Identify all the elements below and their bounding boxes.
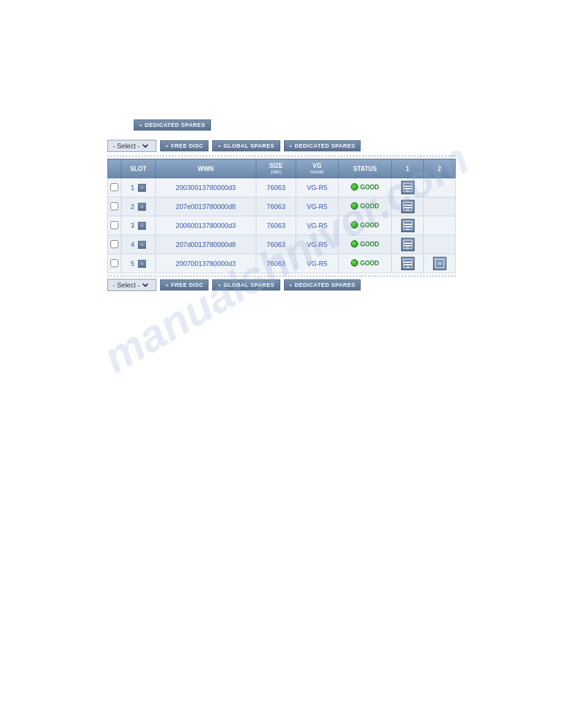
bottom-select-dropdown[interactable]: - Select - All None <box>107 279 156 291</box>
top-free-disc-button[interactable]: » FREE DISC <box>160 140 209 151</box>
wwn-cell: 20070013780000d3 <box>155 254 256 273</box>
row-checkbox[interactable] <box>110 183 118 191</box>
ds-icon: DS <box>435 259 445 268</box>
main-content: - Select - All None » FREE DISC » GLOBAL… <box>107 140 456 291</box>
col1-action-button[interactable]: RD <box>401 200 415 213</box>
arrow-icon: » <box>166 143 169 149</box>
wwn-cell: 207e0013780000d8 <box>155 197 256 216</box>
vg-name-cell: VG-R5 <box>296 216 339 235</box>
status-text: GOOD <box>360 241 379 248</box>
vg-name-cell: VG-R5 <box>296 254 339 273</box>
svg-rect-17 <box>404 262 412 263</box>
status-cell: GOOD <box>339 216 392 235</box>
slot-nav-button[interactable]: « <box>138 260 145 268</box>
table-row: 3 «20060013780000d376063VG-R5 GOOD RD <box>108 216 456 235</box>
page-wrapper: manualshniver.com » DEDICATED SPARES - S… <box>0 0 563 291</box>
row-checkbox-cell <box>108 235 121 254</box>
th-col2: 2 <box>424 159 456 178</box>
status-text: GOOD <box>360 184 379 191</box>
top-toolbar: - Select - All None » FREE DISC » GLOBAL… <box>107 140 456 152</box>
bottom-toolbar: - Select - All None » FREE DISC » GLOBAL… <box>107 279 456 291</box>
row-checkbox[interactable] <box>110 221 118 229</box>
wwn-cell: 20060013780000d3 <box>155 216 256 235</box>
svg-rect-9 <box>404 224 412 225</box>
status-text: GOOD <box>360 222 379 229</box>
svg-text:RD: RD <box>406 208 410 211</box>
col1-action-button[interactable]: RD <box>401 219 415 232</box>
slot-number: 1 <box>131 184 134 191</box>
col1-action-button[interactable]: DS <box>401 257 415 270</box>
svg-text:RD: RD <box>406 189 410 192</box>
status-cell: GOOD <box>339 235 392 254</box>
top-global-spares-button[interactable]: » GLOBAL SPARES <box>212 140 280 151</box>
status-cell: GOOD <box>339 197 392 216</box>
row-checkbox[interactable] <box>110 240 118 248</box>
top-dedicated-spares-button-2[interactable]: » DEDICATED SPARES <box>284 140 361 151</box>
th-size: Size (MB) <box>256 159 296 178</box>
row-checkbox-cell <box>108 178 121 197</box>
slot-cell: 1 « <box>121 178 156 197</box>
row-checkbox[interactable] <box>110 202 118 210</box>
wwn-cell: 207d0013780000d8 <box>155 235 256 254</box>
col1-action-button[interactable]: RD <box>401 238 415 251</box>
bottom-dedicated-spares-button[interactable]: » DEDICATED SPARES <box>284 279 361 290</box>
svg-text:DS: DS <box>437 262 442 265</box>
table-row: 1 «20030013780000d376063VG-R5 GOOD RD <box>108 178 456 197</box>
status-dot <box>351 221 358 229</box>
arrow-icon: » <box>218 143 221 149</box>
col1-cell: RD <box>392 235 424 254</box>
slot-cell: 2 « <box>121 197 156 216</box>
status-cell: GOOD <box>339 178 392 197</box>
svg-rect-5 <box>404 205 412 206</box>
slot-nav-button[interactable]: « <box>138 203 145 211</box>
status-text: GOOD <box>360 203 379 210</box>
row-checkbox[interactable] <box>110 259 118 267</box>
arrow-icon: » <box>139 123 142 128</box>
svg-rect-1 <box>404 186 412 187</box>
wwn-cell: 20030013780000d3 <box>155 178 256 197</box>
top-select-dropdown[interactable]: - Select - All None <box>107 140 156 152</box>
slot-number: 4 <box>131 241 134 248</box>
status-badge: GOOD <box>351 202 379 210</box>
col1-action-button[interactable]: RD <box>401 181 415 194</box>
top-select-input[interactable]: - Select - All None <box>110 142 150 150</box>
slot-nav-button[interactable]: « <box>138 241 145 249</box>
status-dot <box>351 183 358 191</box>
th-slot: Slot <box>121 159 156 178</box>
bottom-free-disc-button[interactable]: » FREE DISC <box>160 279 209 290</box>
status-dot <box>351 240 358 248</box>
disk-table: Slot WWN Size (MB) VG name Status 1 2 <box>107 159 456 273</box>
status-badge: GOOD <box>351 221 379 229</box>
col1-cell: DS <box>392 254 424 273</box>
slot-nav-button[interactable]: « <box>138 184 145 192</box>
col2-cell <box>424 235 456 254</box>
bottom-select-input[interactable]: - Select - All None <box>110 281 150 289</box>
size-cell: 76063 <box>256 254 296 273</box>
top-dedicated-spares-button[interactable]: » DEDICATED SPARES <box>134 119 211 131</box>
bottom-global-spares-button[interactable]: » GLOBAL SPARES <box>212 279 280 290</box>
row-checkbox-cell <box>108 254 121 273</box>
col2-cell <box>424 178 456 197</box>
col2-cell <box>424 216 456 235</box>
size-cell: 76063 <box>256 235 296 254</box>
rd-icon: DS <box>403 259 413 268</box>
svg-text:RD: RD <box>406 227 410 230</box>
table-row: 5 «20070013780000d376063VG-R5 GOOD DS DS <box>108 254 456 273</box>
th-col1: 1 <box>392 159 424 178</box>
row-checkbox-cell <box>108 197 121 216</box>
slot-number: 5 <box>131 260 134 267</box>
col1-cell: RD <box>392 197 424 216</box>
top-button-area: » DEDICATED SPARES <box>0 0 563 140</box>
col2-cell: DS <box>424 254 456 273</box>
status-text: GOOD <box>360 260 379 267</box>
table-row: 2 «207e0013780000d876063VG-R5 GOOD RD <box>108 197 456 216</box>
status-badge: GOOD <box>351 183 379 191</box>
col2-action-button[interactable]: DS <box>433 257 446 270</box>
th-checkbox <box>108 159 121 178</box>
slot-nav-button[interactable]: « <box>138 222 145 230</box>
rd-icon: RD <box>403 221 413 230</box>
size-cell: 76063 <box>256 178 296 197</box>
slot-number: 3 <box>131 222 134 229</box>
svg-text:DS: DS <box>406 265 410 268</box>
status-badge: GOOD <box>351 259 379 267</box>
